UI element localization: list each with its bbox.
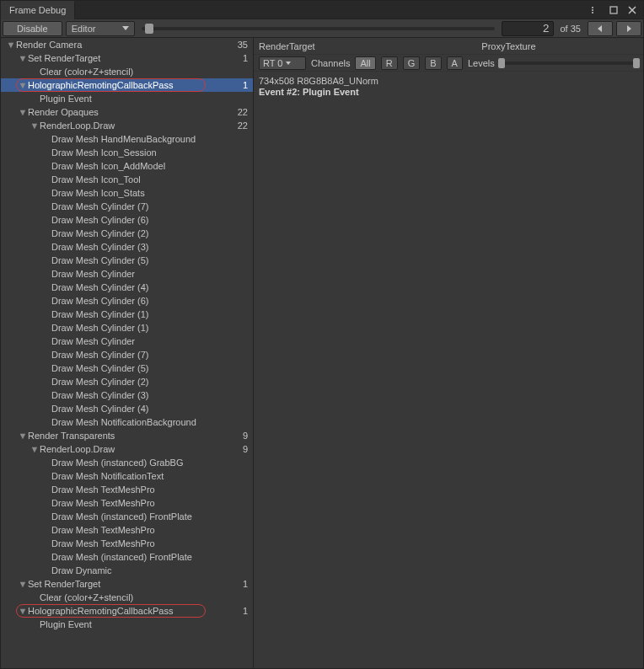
tree-row-label: Draw Mesh Cylinder (1) [51,309,248,319]
disable-button[interactable]: Disable [3,21,62,36]
tree-row[interactable]: Draw Mesh Cylinder (5) [1,361,253,375]
tree-row[interactable]: Draw Mesh (instanced) GrabBG [1,456,253,469]
tree-row-label: Draw Mesh TextMeshPro [51,525,248,535]
tree-row-count: 1 [243,579,248,589]
tree-row[interactable]: Draw Mesh HandMenuBackground [1,132,253,146]
svg-point-2 [592,12,593,13]
tree-row-count: 9 [243,431,248,441]
window-tab[interactable]: Frame Debug [1,1,75,19]
foldout-open-icon[interactable]: ▼ [18,579,28,589]
tree-row-label: Plugin Event [40,619,248,629]
tree-row[interactable]: Draw Mesh Cylinder (1) [1,321,253,334]
tree-row[interactable]: Draw Mesh Cylinder (7) [1,200,253,213]
slider-track[interactable] [142,27,495,30]
slider-thumb[interactable] [145,24,153,34]
levels-max-thumb[interactable] [633,58,640,68]
tree-row[interactable]: Draw Mesh TextMeshPro [1,483,253,496]
tree-row[interactable]: Draw Mesh Cylinder (3) [1,388,253,402]
tree-row[interactable]: ▼RenderLoop.Draw22 [1,119,253,132]
tree-row[interactable]: ▼HolographicRemotingCallbackPass1 [1,604,253,618]
window-close-icon[interactable] [626,4,638,16]
scope-dropdown[interactable]: Editor [66,21,135,36]
channel-r-button[interactable]: R [381,56,398,70]
next-event-button[interactable] [616,21,641,36]
tree-row[interactable]: Clear (color+Z+stencil) [1,65,253,78]
tree-row[interactable]: Draw Mesh Cylinder (6) [1,294,253,308]
channel-b-button[interactable]: B [425,56,441,70]
tree-row[interactable]: ▼Render Transparents9 [1,429,253,442]
foldout-open-icon[interactable]: ▼ [30,444,40,454]
tree-row-label: Draw Mesh Cylinder [51,336,248,346]
tree-row[interactable]: Draw Mesh Cylinder (2) [1,227,253,240]
tree-row[interactable]: Draw Mesh Cylinder (2) [1,375,253,388]
tree-row[interactable]: Draw Mesh NotificationBackground [1,415,253,429]
tree-row-label: Draw Mesh NotificationText [51,471,248,481]
tree-row[interactable]: Draw Mesh Icon_AddModel [1,159,253,173]
tree-row[interactable]: Draw Mesh Icon_Session [1,146,253,159]
tree-row[interactable]: Draw Mesh Cylinder [1,267,253,281]
window-maximize-icon[interactable] [608,4,620,16]
tree-row[interactable]: ▼HolographicRemotingCallbackPass1 [1,78,253,92]
tree-row[interactable]: Clear (color+Z+stencil) [1,591,253,604]
prev-event-button[interactable] [588,21,613,36]
rt-label: RT 0 [263,58,282,68]
tree-row[interactable]: Draw Mesh TextMeshPro [1,537,253,550]
tree-row[interactable]: Draw Mesh NotificationText [1,469,253,483]
levels-label: Levels [468,58,495,68]
event-slider[interactable] [138,27,498,30]
tree-row[interactable]: ▼Set RenderTarget1 [1,577,253,591]
tree-row[interactable]: Draw Dynamic [1,564,253,577]
tree-row-label: HolographicRemotingCallbackPass [28,80,243,90]
tree-row[interactable]: Draw Mesh Cylinder [1,334,253,348]
tree-row[interactable]: Draw Mesh TextMeshPro [1,496,253,510]
tree-row[interactable]: Draw Mesh Cylinder (4) [1,402,253,415]
rt-dropdown[interactable]: RT 0 [259,56,306,70]
tree-row[interactable]: Plugin Event [1,92,253,105]
tree-row[interactable]: ▼Set RenderTarget1 [1,51,253,65]
tree-row[interactable]: Plugin Event [1,618,253,631]
tree-row[interactable]: Draw Mesh Icon_Stats [1,186,253,200]
foldout-open-icon[interactable]: ▼ [30,120,40,131]
of-label: of 35 [557,24,585,34]
window-menu-icon[interactable] [589,4,601,16]
foldout-open-icon[interactable]: ▼ [18,107,28,117]
tree-row[interactable]: ▼Render Camera35 [1,38,253,51]
tree-row-count: 1 [243,80,248,90]
tree-row[interactable]: ▼RenderLoop.Draw9 [1,442,253,456]
foldout-open-icon[interactable]: ▼ [18,606,28,616]
tree-row-label: Draw Mesh Cylinder (4) [51,404,248,414]
detail-pane: RenderTarget ProxyTexture RT 0 Channels … [254,38,643,668]
render-target-label: RenderTarget [259,41,315,51]
tree-row[interactable]: Draw Mesh Cylinder (4) [1,281,253,294]
event-tree[interactable]: ▼Render Camera35▼Set RenderTarget1Clear … [1,38,254,668]
tree-row[interactable]: ▼Render Opaques22 [1,105,253,119]
tree-row-label: HolographicRemotingCallbackPass [28,606,243,616]
tree-row-label: Set RenderTarget [28,53,243,63]
tree-row-label: RenderLoop.Draw [40,120,238,131]
tree-row-count: 35 [238,40,248,50]
tree-row[interactable]: Draw Mesh Cylinder (5) [1,254,253,267]
tree-row[interactable]: Draw Mesh (instanced) FrontPlate [1,550,253,564]
foldout-open-icon[interactable]: ▼ [18,431,28,441]
tree-row[interactable]: Draw Mesh (instanced) FrontPlate [1,510,253,523]
tree-row-count: 22 [238,120,248,131]
window-buttons [589,4,643,16]
texture-info: 734x508 R8G8B8A8_UNorm [259,76,638,86]
channel-g-button[interactable]: G [403,56,421,70]
foldout-open-icon[interactable]: ▼ [6,40,16,50]
tree-row[interactable]: Draw Mesh Cylinder (3) [1,240,253,254]
tree-row[interactable]: Draw Mesh Icon_Tool [1,173,253,186]
levels-min-thumb[interactable] [498,58,505,68]
foldout-open-icon[interactable]: ▼ [18,53,28,63]
tree-row[interactable]: Draw Mesh Cylinder (6) [1,213,253,227]
tree-row[interactable]: Draw Mesh Cylinder (1) [1,308,253,321]
tree-row[interactable]: Draw Mesh TextMeshPro [1,523,253,537]
event-index-input[interactable] [502,21,554,36]
levels-slider[interactable] [500,57,638,69]
channel-a-button[interactable]: A [447,56,463,70]
channel-all-button[interactable]: All [355,56,375,70]
tree-row-label: Draw Mesh TextMeshPro [51,498,248,508]
foldout-open-icon[interactable]: ▼ [18,80,28,90]
tree-row[interactable]: Draw Mesh Cylinder (7) [1,348,253,361]
tree-row-label: Draw Mesh Cylinder (5) [51,255,248,265]
